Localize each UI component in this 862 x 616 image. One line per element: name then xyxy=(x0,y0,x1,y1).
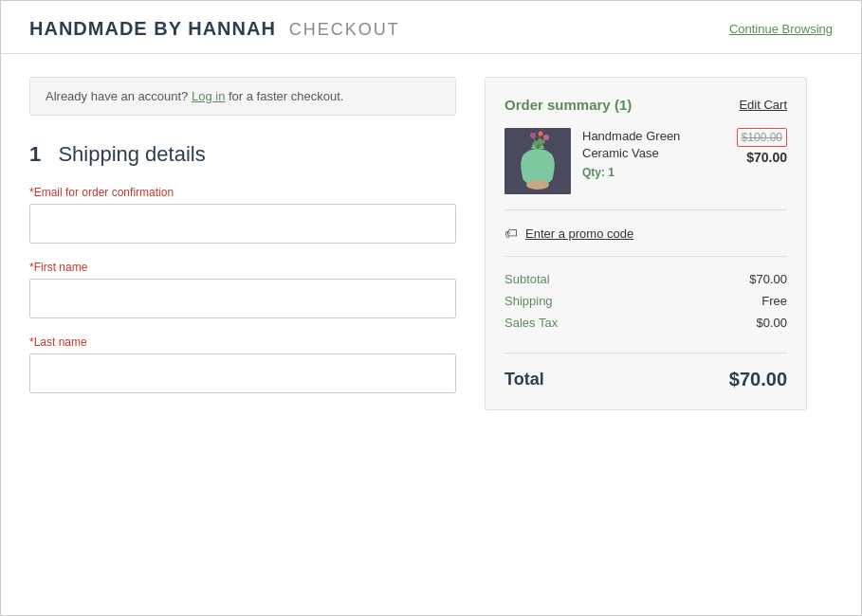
brand-name: HANDMADE BY HANNAH xyxy=(29,18,276,40)
edit-cart-link[interactable]: Edit Cart xyxy=(739,98,787,112)
total-label: Total xyxy=(504,370,544,390)
shipping-value: Free xyxy=(761,294,787,308)
total-value: $70.00 xyxy=(729,369,787,390)
last-name-label: *Last name xyxy=(29,335,456,349)
svg-point-6 xyxy=(530,133,536,138)
login-link[interactable]: Log in xyxy=(192,89,225,103)
promo-code-link[interactable]: Enter a promo code xyxy=(525,226,633,241)
item-image xyxy=(504,128,571,194)
order-summary-header: Order summary (1) Edit Cart xyxy=(504,97,787,113)
first-name-label: *First name xyxy=(29,261,456,274)
shipping-title-text: Shipping details xyxy=(58,142,205,166)
tax-row: Sales Tax $0.00 xyxy=(504,316,787,330)
subtotal-value: $70.00 xyxy=(749,272,787,286)
original-price: $100.00 xyxy=(737,128,787,147)
svg-point-2 xyxy=(526,180,549,190)
item-name: Handmade Green Ceramic Vase xyxy=(582,128,725,162)
main-content: Already have an account? Log in for a fa… xyxy=(1,54,861,433)
total-row: Total $70.00 xyxy=(504,369,787,390)
tax-value: $0.00 xyxy=(756,316,787,330)
svg-point-7 xyxy=(539,132,543,136)
order-summary-panel: Order summary (1) Edit Cart xyxy=(485,77,807,410)
email-label: *Email for order confirmation xyxy=(29,186,456,199)
shipping-section-title: 1 Shipping details xyxy=(29,142,456,167)
last-name-input[interactable] xyxy=(29,353,456,393)
shipping-label: Shipping xyxy=(504,294,553,308)
subtotal-label: Subtotal xyxy=(504,272,550,286)
account-notice-banner: Already have an account? Log in for a fa… xyxy=(29,77,456,116)
item-qty: Qty: 1 xyxy=(582,166,725,179)
tax-label: Sales Tax xyxy=(504,316,558,330)
email-form-field: *Email for order confirmation xyxy=(29,186,456,244)
last-name-form-field: *Last name xyxy=(29,335,456,393)
left-column: Already have an account? Log in for a fa… xyxy=(29,77,456,410)
subtotal-row: Subtotal $70.00 xyxy=(504,272,787,286)
qty-label: Qty: xyxy=(582,166,605,179)
checkout-label: CHECKOUT xyxy=(289,20,400,40)
promo-section: 🏷 Enter a promo code xyxy=(504,226,787,257)
order-summary-title: Order summary (1) xyxy=(504,97,632,113)
qty-value: 1 xyxy=(608,166,614,179)
order-item: Handmade Green Ceramic Vase Qty: 1 $100.… xyxy=(504,128,787,210)
page-header: HANDMADE BY HANNAH CHECKOUT Continue Bro… xyxy=(1,1,861,54)
totals-section: Subtotal $70.00 Shipping Free Sales Tax … xyxy=(504,272,787,353)
first-name-form-field: *First name xyxy=(29,261,456,318)
promo-icon: 🏷 xyxy=(504,226,518,241)
svg-point-8 xyxy=(543,135,549,140)
header-branding: HANDMADE BY HANNAH CHECKOUT xyxy=(29,18,400,40)
item-price: $100.00 $70.00 xyxy=(737,128,787,165)
shipping-row: Shipping Free xyxy=(504,294,787,308)
first-name-input[interactable] xyxy=(29,279,456,318)
account-notice-text-before: Already have an account? xyxy=(46,89,188,103)
email-input[interactable] xyxy=(29,204,456,244)
section-number: 1 xyxy=(29,142,41,166)
account-notice-text-after: for a faster checkout. xyxy=(229,89,343,103)
sale-price: $70.00 xyxy=(737,150,787,165)
item-details: Handmade Green Ceramic Vase Qty: 1 xyxy=(582,128,725,179)
continue-browsing-link[interactable]: Continue Browsing xyxy=(729,22,833,36)
